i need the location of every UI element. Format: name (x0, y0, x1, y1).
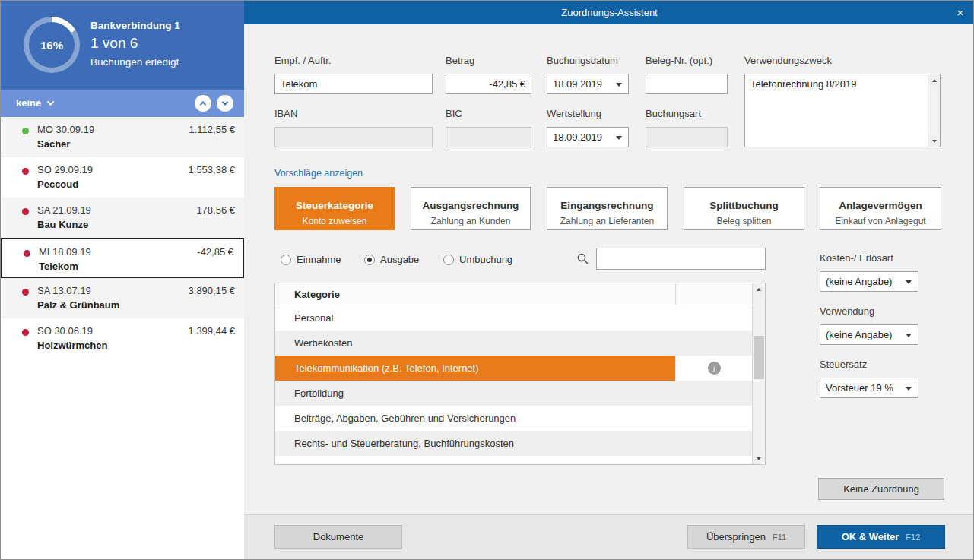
memo-scrollbar[interactable] (928, 74, 940, 147)
category-table: Kategorie Personal Werbekosten Telekommu… (274, 283, 766, 465)
kostenart-select[interactable]: (keine Angabe) (820, 271, 918, 292)
skip-button[interactable]: ÜberspringenF11 (687, 525, 805, 549)
verwendungszweck-textarea[interactable]: Telefonrechnung 8/2019 (744, 74, 941, 147)
transaction-date: SO 30.06.19 (37, 325, 93, 337)
scroll-down-icon[interactable] (753, 453, 765, 464)
transaction-row[interactable]: SA 21.09.19 Bau Kunze 178,56 € (1, 198, 244, 238)
ok-next-button[interactable]: OK & WeiterF12 (817, 525, 945, 549)
category-row[interactable]: Personal (275, 305, 752, 331)
buchungsdatum-value: 18.09.2019 (553, 78, 602, 90)
empf-input[interactable] (274, 74, 433, 94)
scroll-down-icon[interactable] (928, 135, 940, 147)
dialog-footer: Dokumente ÜberspringenF11 OK & WeiterF12 (244, 514, 974, 560)
category-info-button[interactable]: i (675, 356, 752, 381)
filter-bar: keine (1, 90, 244, 117)
transaction-row[interactable]: SA 13.07.19 Palz & Grünbaum 3.890,15 € (1, 278, 244, 318)
prev-transaction-button[interactable] (195, 95, 211, 112)
transaction-row[interactable]: SO 29.09.19 Peccoud 1.553,38 € (1, 157, 244, 198)
wertstellung-label: Wertstellung (547, 108, 601, 119)
category-row[interactable]: Werbekosten (275, 331, 752, 356)
chevron-up-icon (200, 101, 206, 107)
radio-einnahme[interactable]: Einnahme (281, 254, 341, 265)
scroll-up-icon[interactable] (753, 283, 765, 295)
dialog-titlebar: Zuordnungs-Assistent × (244, 1, 974, 24)
skip-key-hint: F11 (773, 533, 786, 542)
category-search-input[interactable] (596, 248, 766, 270)
wertstellung-select[interactable]: 18.09.2019 (547, 127, 629, 147)
wertstellung-value: 18.09.2019 (553, 131, 602, 143)
status-dot (22, 289, 29, 296)
category-scrollbar[interactable] (752, 283, 765, 464)
beleg-input[interactable] (646, 74, 728, 94)
transaction-amount: 1.112,55 € (189, 124, 235, 135)
assistant-panel: Zuordnungs-Assistent × Empf. / Auftr. Be… (244, 1, 974, 560)
bic-input (446, 127, 531, 147)
buchungsart-input (646, 127, 728, 147)
bic-label: BIC (446, 108, 462, 119)
close-button[interactable]: × (946, 1, 974, 24)
action-anlagevermoegen[interactable]: Anlagevermögen Einkauf von Anlagegut (820, 187, 941, 230)
transaction-row-selected[interactable]: MI 18.09.19 Telekom -42,85 € (1, 238, 244, 278)
buchungsart-label: Buchungsart (646, 108, 701, 119)
buchungsdatum-select[interactable]: 18.09.2019 (547, 74, 629, 94)
transaction-date: SA 13.07.19 (37, 285, 91, 296)
dropdown-arrow-icon (616, 136, 622, 140)
scroll-up-icon[interactable] (928, 74, 940, 86)
category-row-partial[interactable] (275, 456, 752, 464)
status-dot (22, 329, 29, 336)
next-transaction-button[interactable] (217, 95, 233, 112)
radio-ausgabe[interactable]: Ausgabe (364, 254, 419, 265)
action-splittbuchung[interactable]: Splittbuchung Beleg splitten (684, 187, 804, 230)
transaction-date: MI 18.09.19 (39, 246, 91, 258)
iban-label: IBAN (274, 108, 297, 119)
steuersatz-label: Steuersatz (820, 359, 867, 370)
dropdown-arrow-icon (906, 280, 912, 284)
action-ausgangsrechnung[interactable]: Ausgangsrechnung Zahlung an Kunden (411, 187, 531, 230)
action-steuerkategorie[interactable]: Steuerkategorie Konto zuweisen (274, 187, 395, 230)
radio-circle (281, 255, 291, 265)
betrag-input[interactable] (446, 74, 531, 94)
transaction-name: Bau Kunze (37, 219, 88, 230)
steuersatz-value: Vorsteuer 19 % (826, 382, 893, 394)
no-assignment-button[interactable]: Keine Zuordnung (818, 478, 944, 500)
transaction-amount: -42,85 € (197, 246, 233, 258)
transaction-row[interactable]: SO 30.06.19 Holzwürmchen 1.399,44 € (1, 318, 244, 359)
category-rows: Personal Werbekosten Telekommunikation (… (275, 305, 752, 464)
chevron-down-icon (222, 99, 228, 105)
category-row[interactable]: Rechts- und Steuerberatung, Buchführungs… (275, 431, 752, 456)
action-eingangsrechnung[interactable]: Eingangsrechnung Zahlung an Lieferanten (547, 187, 668, 230)
scrollbar-thumb[interactable] (754, 336, 764, 379)
radio-circle (443, 255, 454, 265)
steuersatz-select[interactable]: Vorsteuer 19 % (820, 378, 918, 398)
verwendungszweck-label: Verwendungszweck (744, 55, 832, 66)
dropdown-arrow-icon (906, 387, 912, 391)
transaction-name: Sacher (37, 138, 70, 150)
transaction-date: SO 29.09.19 (37, 164, 93, 176)
betrag-label: Betrag (446, 55, 474, 66)
dokumente-button[interactable]: Dokumente (274, 525, 402, 549)
chevron-down-icon (47, 98, 55, 106)
category-row[interactable]: Fortbildung (275, 381, 752, 406)
app-window: 16% Bankverbindung 1 1 von 6 Buchungen e… (0, 0, 974, 560)
transaction-name: Palz & Grünbaum (37, 299, 119, 311)
status-dot (22, 208, 29, 215)
transaction-row[interactable]: MO 30.09.19 Sacher 1.112,55 € (1, 117, 244, 157)
transaction-list: MO 30.09.19 Sacher 1.112,55 € SO 29.09.1… (1, 117, 244, 359)
suggestions-link[interactable]: Vorschläge anzeigen (274, 168, 363, 179)
transaction-amount: 1.399,44 € (189, 325, 235, 337)
close-icon: × (957, 6, 964, 19)
bookings-done-label: Buchungen erledigt (90, 56, 180, 68)
category-row-selected[interactable]: Telekommunikation (z.B. Telefon, Interne… (275, 356, 752, 381)
ok-key-hint: F12 (906, 533, 920, 542)
transaction-amount: 1.553,38 € (189, 164, 235, 176)
verwendung-select[interactable]: (keine Angabe) (820, 324, 918, 345)
transaction-date: SA 21.09.19 (37, 204, 91, 216)
kostenart-label: Kosten-/ Erlösart (820, 252, 893, 264)
filter-dropdown[interactable]: keine (16, 97, 53, 109)
selected-category-bar[interactable]: Telekommunikation (z.B. Telefon, Interne… (275, 356, 675, 381)
verwendung-value: (keine Angabe) (826, 329, 892, 340)
transaction-amount: 3.890,15 € (189, 285, 235, 296)
category-row[interactable]: Beiträge, Abgaben, Gebühren und Versiche… (275, 406, 752, 431)
radio-umbuchung[interactable]: Umbuchung (443, 254, 512, 265)
sidebar: 16% Bankverbindung 1 1 von 6 Buchungen e… (1, 1, 244, 560)
